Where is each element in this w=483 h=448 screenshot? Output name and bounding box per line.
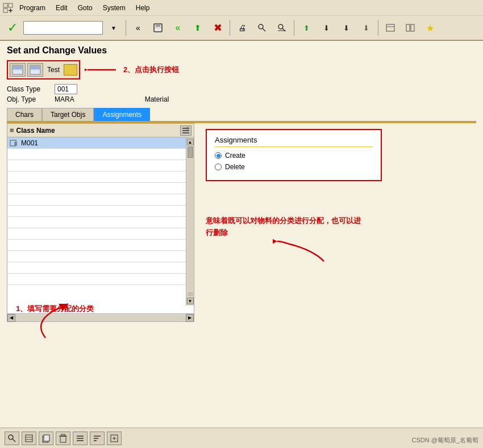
table-row[interactable]: M001 (7, 137, 186, 149)
delete-label: Delete (225, 163, 245, 171)
bt-sort2-button[interactable] (90, 432, 105, 445)
delete-option[interactable]: Delete (215, 163, 373, 171)
up-button[interactable]: ⬆ (189, 19, 207, 37)
arrow-left (85, 63, 119, 77)
table-row[interactable] (7, 171, 186, 183)
app-icon (2, 2, 14, 14)
table-row[interactable] (7, 240, 186, 251)
table-body: M001 (7, 137, 186, 285)
command-input[interactable] (23, 21, 103, 35)
svg-rect-19 (13, 70, 22, 74)
material-label: Material (145, 95, 169, 103)
table-cell (7, 150, 186, 158)
create-radio[interactable] (215, 152, 222, 159)
svg-rect-21 (31, 66, 40, 69)
save-button[interactable] (149, 19, 167, 37)
bt-sort1-button[interactable] (73, 432, 88, 445)
down2-button[interactable]: ⬇ (337, 19, 355, 37)
table-row[interactable] (7, 160, 186, 171)
svg-rect-2 (3, 9, 7, 12)
delete-radio[interactable] (215, 164, 222, 170)
table-row[interactable] (7, 206, 186, 217)
table-row[interactable] (7, 274, 186, 285)
table-row[interactable] (7, 262, 186, 274)
scroll-middle (188, 292, 193, 296)
find-button[interactable] (253, 19, 271, 37)
test-execute-button[interactable] (27, 63, 43, 77)
bt-export-button[interactable] (107, 432, 122, 445)
table-scroll-container: ▲ ▼ M001 (7, 137, 194, 313)
assignments-title: Assignments (215, 136, 373, 147)
menu-goto[interactable]: Goto (73, 3, 97, 13)
dropdown-arrow[interactable]: ▼ (105, 19, 123, 37)
test-label: Test (45, 66, 62, 74)
svg-rect-18 (13, 66, 22, 69)
horizontal-scrollbar[interactable]: ◀ ▶ (7, 313, 194, 321)
svg-rect-32 (26, 435, 32, 442)
bt-copy-button[interactable] (39, 432, 53, 445)
back-button[interactable]: « (129, 19, 147, 37)
svg-rect-37 (60, 436, 66, 442)
separator-4 (378, 20, 378, 36)
table-config-button[interactable] (180, 125, 191, 136)
bt-search-button[interactable] (5, 432, 19, 445)
table-cell (7, 173, 186, 181)
left-panel: ≡ Class Name ▲ (7, 123, 194, 322)
table-cell (7, 230, 186, 238)
view2-button[interactable] (401, 19, 419, 37)
svg-rect-25 (182, 130, 189, 131)
class-type-row: Class Type 001 (7, 84, 476, 94)
bt-delete-button[interactable] (56, 432, 70, 445)
table-row[interactable] (7, 251, 186, 262)
separator-3 (294, 20, 294, 36)
folder-icon[interactable] (64, 64, 77, 76)
obj-type-label: Obj. Type (7, 95, 52, 103)
vertical-scrollbar[interactable]: ▲ ▼ (186, 137, 194, 305)
menu-bar: Program Edit Goto System Help (0, 0, 483, 16)
execute-button[interactable] (10, 63, 26, 77)
scroll-up-arrow[interactable]: ▲ (187, 139, 194, 145)
table-icon: ≡ (10, 126, 14, 135)
table-row[interactable] (7, 194, 186, 206)
down-button[interactable]: ⬇ (317, 19, 335, 37)
tab-assignments[interactable]: Assignments (94, 108, 150, 121)
scroll-thumb[interactable] (188, 146, 193, 158)
column-header: Class Name (16, 127, 178, 135)
table-cell (7, 264, 186, 272)
sub-toolbar: Test (7, 60, 80, 79)
menu-system[interactable]: System (98, 3, 130, 13)
h-scroll-track (15, 315, 186, 321)
rewind-button[interactable]: « (169, 19, 187, 37)
form-section: Class Type 001 Obj. Type MARA Material (7, 84, 476, 103)
svg-rect-6 (156, 24, 160, 27)
menu-help[interactable]: Help (131, 3, 155, 13)
table-row[interactable] (7, 183, 186, 194)
assignments-box: Assignments Create Delete (206, 129, 382, 181)
scroll-down-arrow[interactable]: ▼ (187, 298, 194, 304)
down3-button[interactable]: ⬇ (357, 19, 375, 37)
annotation-chinese: 意味着既可以对物料的分类进行分配，也可以进行删除 (206, 216, 361, 237)
tab-target-objs[interactable]: Target Objs (42, 108, 94, 121)
table-row[interactable] (7, 217, 186, 228)
tab-chars[interactable]: Chars (7, 108, 42, 121)
checkmark-button[interactable]: ✓ (3, 19, 22, 37)
table-row[interactable] (7, 149, 186, 160)
row-icon (7, 139, 19, 147)
create-option[interactable]: Create (215, 152, 373, 160)
menu-edit[interactable]: Edit (51, 3, 72, 13)
tabs: Chars Target Objs Assignments (7, 108, 476, 122)
create-label: Create (225, 152, 245, 160)
find2-button[interactable] (273, 19, 291, 37)
up2-button[interactable]: ⬆ (297, 19, 315, 37)
view1-button[interactable] (381, 19, 399, 37)
menu-program[interactable]: Program (15, 3, 50, 13)
scroll-left-arrow[interactable]: ◀ (7, 314, 15, 322)
star-button[interactable]: ★ (421, 19, 439, 37)
right-panel: Assignments Create Delete (194, 123, 476, 322)
bt-edit-button[interactable] (22, 432, 36, 445)
svg-rect-13 (386, 24, 394, 31)
table-row[interactable] (7, 228, 186, 240)
stop-button[interactable]: ✖ (209, 19, 227, 37)
scroll-right-arrow[interactable]: ▶ (186, 314, 194, 322)
print-button[interactable]: 🖨 (233, 19, 251, 37)
